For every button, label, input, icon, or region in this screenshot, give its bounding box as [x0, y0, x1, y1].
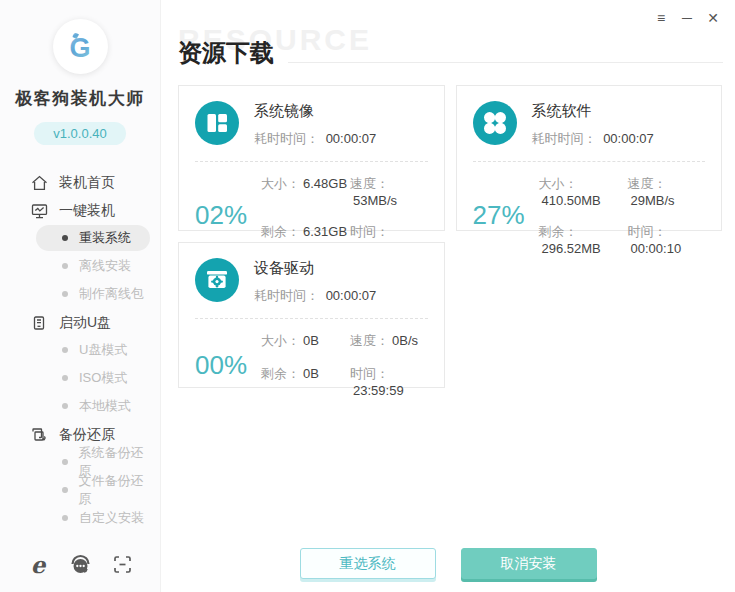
app-window: G 极客狗装机大师 v1.0.0.40 装机首页	[0, 0, 735, 592]
sidebar-item-label: 本地模式	[79, 397, 131, 415]
sidebar-item-label: 制作离线包	[79, 285, 144, 303]
usb-disk-icon	[31, 315, 48, 331]
bullet-icon	[62, 235, 68, 241]
bullet-icon	[62, 515, 68, 521]
sidebar-item-label: 重装系统	[79, 229, 131, 247]
page-title: 资源下载	[178, 40, 274, 66]
svg-text:G: G	[69, 33, 90, 63]
sidebar-item-make-offline-pack[interactable]: 制作离线包	[36, 281, 150, 307]
cancel-install-button[interactable]: 取消安装	[461, 548, 597, 579]
bullet-icon	[62, 375, 68, 381]
bullet-icon	[62, 291, 68, 297]
version-badge: v1.0.0.40	[34, 122, 126, 145]
app-logo: G	[53, 19, 108, 74]
sidebar-item-label: 备份还原	[59, 426, 115, 444]
sidebar-item-label: 文件备份还原	[79, 472, 151, 508]
sidebar-item-offline-install[interactable]: 离线安装	[36, 253, 150, 279]
app-name: 极客狗装机大师	[0, 87, 160, 110]
title-underline	[288, 62, 723, 63]
progress-percent: 02%	[195, 200, 261, 231]
monitor-icon	[31, 203, 48, 219]
stat-speed: 速度：53MB/s	[350, 175, 427, 208]
dashed-divider	[195, 161, 428, 162]
bullet-icon	[62, 263, 68, 269]
progress-percent: 27%	[473, 200, 539, 231]
windows-icon	[195, 101, 239, 145]
sidebar-item-file-backup-restore[interactable]: 文件备份还原	[36, 477, 150, 503]
elapsed-value: 00:00:07	[326, 131, 377, 146]
card-device-driver: 设备驱动 耗时时间： 00:00:07 00% 大小：0B 速度：0B/s 剩余…	[178, 242, 445, 388]
sidebar-item-boot-usb[interactable]: 启动U盘	[0, 309, 160, 337]
sidebar-item-usb-mode[interactable]: U盘模式	[36, 337, 150, 363]
menu-icon[interactable]: ≡	[652, 9, 670, 27]
reselect-system-button[interactable]: 重选系统	[300, 548, 436, 579]
software-clover-icon	[473, 101, 517, 145]
close-icon[interactable]: ✕	[704, 9, 722, 27]
sidebar-item-label: 一键装机	[59, 202, 115, 220]
window-controls: ≡ ─ ✕	[652, 9, 722, 27]
bullet-icon	[62, 347, 68, 353]
customer-service-icon[interactable]	[68, 552, 92, 576]
sidebar-footer: e	[0, 542, 160, 592]
elapsed-label: 耗时时间：	[532, 131, 597, 146]
sidebar-item-one-key-install[interactable]: 一键装机	[0, 197, 160, 225]
stat-size: 大小：410.50MB	[539, 175, 628, 208]
sidebar-item-label: 装机首页	[59, 174, 115, 192]
stat-time: 时间：00:00:10	[628, 223, 705, 256]
bullet-icon	[62, 487, 68, 493]
bullet-icon	[62, 403, 68, 409]
download-cards: 系统镜像 耗时时间： 00:00:07 02% 大小：6.48GB 速度：53M…	[178, 85, 723, 388]
sidebar-item-label: 自定义安装	[79, 509, 144, 527]
logo-area: G 极客狗装机大师 v1.0.0.40	[0, 0, 160, 145]
sidebar: G 极客狗装机大师 v1.0.0.40 装机首页	[0, 0, 161, 592]
ie-browser-icon[interactable]: e	[26, 552, 50, 576]
elapsed-label: 耗时时间：	[254, 131, 319, 146]
minimize-icon[interactable]: ─	[678, 9, 696, 27]
elapsed-value: 00:00:07	[326, 288, 377, 303]
stat-size: 大小：0B	[261, 332, 350, 350]
sidebar-item-home[interactable]: 装机首页	[0, 169, 160, 197]
sidebar-item-label: ISO模式	[79, 369, 127, 387]
dog-g-logo-icon: G	[61, 28, 99, 66]
bullet-icon	[62, 459, 68, 465]
elapsed-value: 00:00:07	[603, 131, 654, 146]
stat-size: 大小：6.48GB	[261, 175, 350, 208]
sidebar-item-reinstall-system[interactable]: 重装系统	[36, 225, 150, 251]
card-system-image: 系统镜像 耗时时间： 00:00:07 02% 大小：6.48GB 速度：53M…	[178, 85, 445, 231]
sidebar-item-iso-mode[interactable]: ISO模式	[36, 365, 150, 391]
stat-time: 时间：23:59:59	[350, 365, 427, 398]
card-title: 设备驱动	[254, 259, 376, 278]
sidebar-item-custom-install[interactable]: 自定义安装	[36, 505, 150, 531]
sidebar-menu: 装机首页 一键装机 重装系统 离线安装	[0, 169, 160, 542]
driver-box-icon	[195, 258, 239, 302]
main-content: ≡ ─ ✕ RESOURCE 资源下载	[161, 0, 735, 592]
sidebar-item-label: 离线安装	[79, 257, 131, 275]
dashed-divider	[195, 318, 428, 319]
elapsed-label: 耗时时间：	[254, 288, 319, 303]
home-icon	[31, 175, 48, 191]
stat-remaining: 剩余：0B	[261, 365, 350, 398]
dashed-divider	[473, 161, 706, 162]
card-title: 系统镜像	[254, 102, 376, 121]
sidebar-item-local-mode[interactable]: 本地模式	[36, 393, 150, 419]
page-header: RESOURCE 资源下载	[178, 40, 723, 66]
sidebar-item-label: 启动U盘	[59, 314, 111, 332]
stat-speed: 速度：0B/s	[350, 332, 427, 350]
progress-percent: 00%	[195, 350, 261, 381]
card-system-software: 系统软件 耗时时间： 00:00:07 27% 大小：410.50MB 速度：2…	[456, 85, 723, 231]
stat-remaining: 剩余：296.52MB	[539, 223, 628, 256]
backup-restore-icon	[31, 427, 48, 443]
card-title: 系统软件	[532, 102, 654, 121]
stat-speed: 速度：29MB/s	[628, 175, 705, 208]
scan-qr-icon[interactable]	[110, 552, 134, 576]
action-buttons: 重选系统 取消安装	[161, 548, 735, 579]
sidebar-item-label: U盘模式	[79, 341, 127, 359]
